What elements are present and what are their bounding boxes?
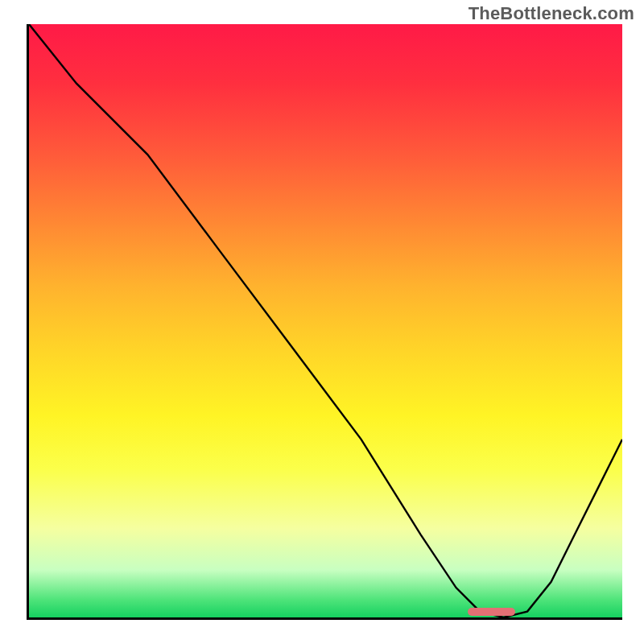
optimal-marker [468,608,515,616]
watermark-text: TheBottleneck.com [469,3,634,24]
chart-curve [29,24,622,617]
chart-plot-area [27,24,622,620]
